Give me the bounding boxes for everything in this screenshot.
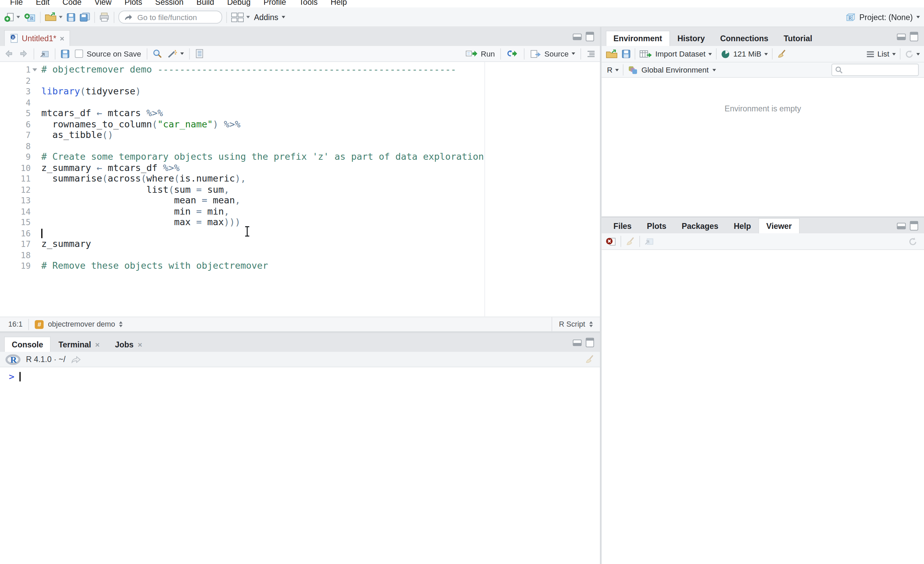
- code-line[interactable]: 15 max = max))): [0, 217, 600, 228]
- code-line[interactable]: 7 as_tibble(): [0, 130, 600, 141]
- load-workspace-icon[interactable]: [606, 50, 618, 59]
- chevron-down-icon[interactable]: [916, 53, 920, 55]
- tab-files[interactable]: Files: [606, 218, 639, 233]
- code-line[interactable]: 12 list(sum = sum,: [0, 184, 600, 195]
- menu-view[interactable]: View: [88, 0, 118, 7]
- code-line[interactable]: 13 mean = mean,: [0, 195, 600, 206]
- code-line[interactable]: 17z_summary: [0, 239, 600, 250]
- menu-debug[interactable]: Debug: [220, 0, 257, 7]
- maximize-pane-icon[interactable]: [586, 32, 594, 41]
- share-arrow-icon[interactable]: [71, 355, 81, 363]
- clear-environment-broom-icon[interactable]: [777, 49, 786, 59]
- close-icon[interactable]: ×: [60, 35, 64, 42]
- popout-icon[interactable]: [39, 50, 50, 58]
- save-button[interactable]: [67, 13, 76, 21]
- back-icon[interactable]: [4, 50, 14, 57]
- maximize-pane-icon[interactable]: [910, 221, 918, 230]
- chevron-down-icon[interactable]: [764, 53, 768, 55]
- environment-search-box[interactable]: [831, 64, 918, 76]
- environment-search-input[interactable]: [845, 65, 906, 75]
- tab-history[interactable]: History: [670, 31, 712, 46]
- menu-help[interactable]: Help: [324, 0, 353, 7]
- tab-viewer[interactable]: Viewer: [759, 218, 800, 233]
- menu-plots[interactable]: Plots: [118, 0, 149, 7]
- tab-jobs[interactable]: Jobs×: [107, 337, 150, 352]
- forward-icon[interactable]: [19, 50, 28, 57]
- clear-viewer-icon[interactable]: [606, 237, 616, 246]
- minimize-pane-icon[interactable]: [573, 33, 582, 40]
- code-line[interactable]: 3library(tidyverse): [0, 86, 600, 97]
- chevron-down-icon[interactable]: [180, 53, 183, 55]
- list-view-button[interactable]: List: [866, 50, 896, 58]
- tab-help[interactable]: Help: [726, 218, 759, 233]
- notebook-icon[interactable]: [195, 49, 203, 59]
- chevron-down-icon[interactable]: [572, 53, 575, 55]
- menu-tools[interactable]: Tools: [292, 0, 324, 7]
- code-line[interactable]: 6 rownames_to_column("car_name") %>%: [0, 119, 600, 130]
- code-editor[interactable]: 1# objectremover demo ------------------…: [0, 62, 600, 317]
- section-navigator[interactable]: # objectremover demo: [35, 320, 123, 329]
- maximize-pane-icon[interactable]: [586, 338, 594, 347]
- source-on-save-checkbox[interactable]: [75, 50, 83, 57]
- tab-connections[interactable]: Connections: [712, 31, 776, 46]
- popout-icon[interactable]: [644, 237, 654, 246]
- tab-environment[interactable]: Environment: [606, 31, 670, 46]
- minimize-pane-icon[interactable]: [897, 33, 906, 40]
- clear-console-broom-icon[interactable]: [585, 354, 594, 364]
- code-line[interactable]: 2: [0, 75, 600, 86]
- search-icon[interactable]: [152, 49, 162, 59]
- code-line[interactable]: 5mtcars_df ← mtcars %>%: [0, 108, 600, 119]
- code-line[interactable]: 18: [0, 250, 600, 260]
- code-line[interactable]: 19# Remove these objects with objectremo…: [0, 260, 600, 271]
- tab-packages[interactable]: Packages: [674, 218, 726, 233]
- tab-untitled1[interactable]: R Untitled1* ×: [4, 30, 70, 46]
- open-file-button[interactable]: [45, 12, 63, 22]
- clear-all-broom-icon[interactable]: [625, 236, 635, 246]
- code-line[interactable]: 14 min = min,: [0, 206, 600, 217]
- source-on-save-toggle[interactable]: Source on Save: [75, 50, 141, 58]
- new-project-button[interactable]: R: [24, 12, 36, 22]
- close-icon[interactable]: ×: [138, 341, 142, 348]
- code-line[interactable]: 8: [0, 141, 600, 152]
- chevron-down-icon[interactable]: [246, 16, 250, 18]
- print-button[interactable]: [99, 12, 110, 22]
- menu-file[interactable]: File: [3, 0, 29, 7]
- code-line[interactable]: 9# Create some temporary objects using t…: [0, 152, 600, 162]
- chevron-down-icon[interactable]: [59, 16, 62, 18]
- environment-scope-selector[interactable]: Global Environment: [628, 65, 716, 75]
- menu-build[interactable]: Build: [190, 0, 220, 7]
- fold-arrow-icon[interactable]: [32, 68, 37, 72]
- run-button[interactable]: Run: [465, 50, 495, 58]
- chevron-down-icon[interactable]: [708, 53, 712, 55]
- new-file-button[interactable]: [4, 12, 20, 22]
- code-tools-button[interactable]: [167, 49, 183, 59]
- chevron-down-icon[interactable]: [892, 53, 896, 55]
- memory-usage-button[interactable]: 121 MiB: [721, 50, 768, 59]
- goto-file-function-input[interactable]: [136, 12, 206, 22]
- minimize-pane-icon[interactable]: [573, 339, 582, 346]
- minimize-pane-icon[interactable]: [897, 223, 906, 229]
- tab-terminal[interactable]: Terminal×: [51, 337, 107, 352]
- menu-code[interactable]: Code: [56, 0, 88, 7]
- goto-file-function-box[interactable]: [118, 11, 222, 24]
- code-line[interactable]: 1# objectremover demo ------------------…: [0, 65, 600, 75]
- rerun-button[interactable]: [506, 50, 518, 57]
- tab-plots[interactable]: Plots: [639, 218, 674, 233]
- code-line[interactable]: 4: [0, 97, 600, 108]
- addins-button[interactable]: Addins: [254, 13, 285, 21]
- save-workspace-icon[interactable]: [622, 50, 630, 58]
- filetype-selector[interactable]: R Script: [551, 317, 600, 331]
- language-selector[interactable]: R: [607, 65, 619, 74]
- project-menu-button[interactable]: R Project: (None): [846, 12, 920, 22]
- code-line[interactable]: 16: [0, 228, 600, 239]
- tab-console[interactable]: Console: [4, 337, 51, 352]
- source-button[interactable]: Source: [530, 50, 575, 58]
- maximize-pane-icon[interactable]: [910, 32, 918, 41]
- save-icon[interactable]: [61, 50, 69, 58]
- save-all-button[interactable]: [80, 12, 90, 22]
- import-dataset-button[interactable]: Import Dataset: [639, 50, 712, 58]
- refresh-environment-button[interactable]: [904, 50, 920, 59]
- panes-layout-button[interactable]: [231, 12, 250, 22]
- close-icon[interactable]: ×: [95, 341, 100, 348]
- chevron-down-icon[interactable]: [16, 16, 20, 18]
